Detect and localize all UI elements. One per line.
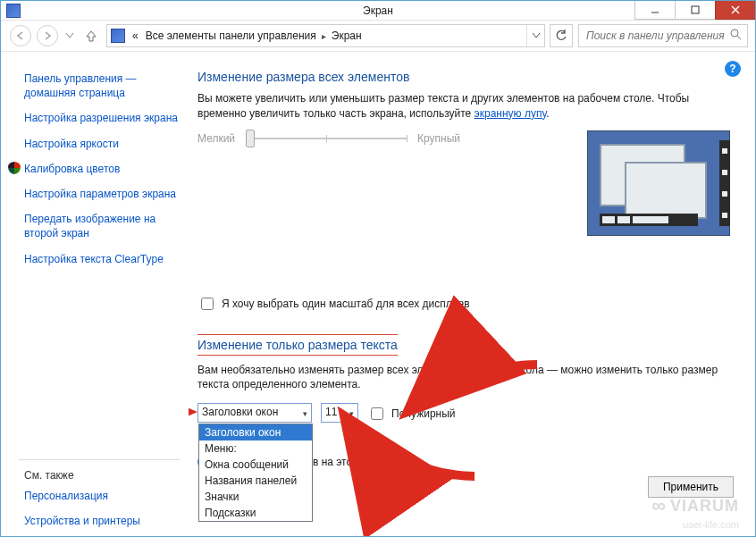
- bold-label: Полужирный: [391, 407, 456, 420]
- watermark-sub: user-life.com: [683, 519, 739, 530]
- breadcrumb-box[interactable]: « Все элементы панели управления ▸ Экран: [106, 24, 545, 47]
- content-area: ? Панель управления — домашняя страница …: [1, 52, 755, 537]
- close-button[interactable]: [715, 0, 756, 20]
- annotation-arrow-1: [189, 399, 197, 428]
- option-menus[interactable]: Меню:: [199, 441, 312, 457]
- element-select[interactable]: Заголовки окон ▾ Заголовки окон Меню: Ок…: [197, 403, 312, 423]
- one-scale-label: Я хочу выбрать один масштаб для всех дис…: [222, 298, 470, 310]
- location-icon: [111, 29, 125, 43]
- sidebar-cleartype[interactable]: Настройка текста ClearType: [24, 252, 180, 266]
- size-select[interactable]: 11 ▾: [321, 403, 358, 423]
- sidebar-calibrate-label: Калибровка цветов: [24, 162, 120, 176]
- back-button[interactable]: [10, 25, 31, 46]
- one-scale-checkbox[interactable]: [201, 298, 214, 310]
- forward-button[interactable]: [37, 25, 58, 46]
- sidebar-display-settings[interactable]: Настройка параметров экрана: [24, 187, 180, 201]
- text-size-controls: Заголовки окон ▾ Заголовки окон Меню: Ок…: [197, 403, 734, 423]
- refresh-button[interactable]: [550, 24, 573, 47]
- see-also-heading: См. также: [24, 469, 180, 482]
- crumb-all-items[interactable]: Все элементы панели управления: [142, 29, 320, 42]
- window: Экран « Все элемент: [0, 0, 756, 537]
- crumb-sep-icon: ▸: [320, 31, 328, 41]
- window-buttons: [634, 1, 755, 20]
- scale-slider[interactable]: [246, 138, 407, 139]
- slider-thumb[interactable]: [246, 130, 255, 147]
- slider-label-large: Крупный: [417, 132, 460, 145]
- bold-row: Полужирный: [367, 405, 456, 423]
- magnifier-link[interactable]: экранную лупу: [475, 107, 547, 120]
- up-button[interactable]: [81, 26, 101, 46]
- heading-resize-all: Изменение размера всех элементов: [197, 70, 734, 84]
- one-scale-row: Я хочу выбрать один масштаб для всех дис…: [197, 295, 734, 313]
- chevron-down-icon: ▾: [303, 409, 307, 418]
- sidebar-calibrate[interactable]: Калибровка цветов: [8, 162, 180, 176]
- option-tooltips[interactable]: Подсказки: [199, 505, 312, 521]
- option-message-boxes[interactable]: Окна сообщений: [199, 457, 312, 473]
- maximize-button[interactable]: [675, 0, 716, 20]
- main-panel: Изменение размера всех элементов Вы може…: [189, 52, 755, 537]
- slider-label-small: Мелкий: [197, 132, 235, 145]
- svg-point-4: [731, 29, 738, 37]
- apply-button[interactable]: Применить: [648, 476, 734, 498]
- chevron-down-icon: ▾: [349, 409, 354, 418]
- search-icon[interactable]: [730, 29, 742, 43]
- sidebar-brightness[interactable]: Настройка яркости: [24, 137, 180, 151]
- element-select-dropdown: Заголовки окон Меню: Окна сообщений Назв…: [198, 424, 313, 522]
- desc-text-size: Вам необязательно изменять размер всех э…: [197, 363, 734, 393]
- element-select-value: Заголовки окон: [202, 406, 278, 418]
- app-icon: [6, 4, 21, 18]
- crumb-root[interactable]: «: [129, 29, 142, 42]
- search-input[interactable]: [584, 29, 730, 43]
- shield-icon: [8, 162, 21, 174]
- display-preview: [587, 130, 730, 236]
- sidebar-devices[interactable]: Устройства и принтеры: [24, 514, 180, 528]
- bold-checkbox[interactable]: [371, 407, 383, 420]
- address-bar: « Все элементы панели управления ▸ Экран: [1, 21, 755, 52]
- sidebar-personalization[interactable]: Персонализация: [24, 489, 180, 503]
- option-title-bars[interactable]: Заголовки окон: [199, 424, 312, 441]
- sidebar-home[interactable]: Панель управления — домашняя страница: [24, 71, 180, 100]
- desc-resize-all: Вы можете увеличить или уменьшить размер…: [197, 91, 734, 122]
- svg-rect-1: [692, 6, 699, 13]
- titlebar: Экран: [1, 1, 755, 21]
- search-box[interactable]: [578, 24, 748, 47]
- svg-line-5: [737, 36, 741, 39]
- sidebar-resolution[interactable]: Настройка разрешения экрана: [24, 111, 180, 125]
- sidebar: Панель управления — домашняя страница На…: [1, 52, 189, 537]
- size-select-value: 11: [325, 406, 337, 418]
- option-icons[interactable]: Значки: [199, 489, 312, 505]
- address-dropdown-icon[interactable]: [526, 25, 544, 46]
- history-dropdown[interactable]: [63, 25, 76, 46]
- option-palette-titles[interactable]: Названия панелей: [199, 473, 312, 489]
- crumb-display[interactable]: Экран: [328, 29, 365, 42]
- heading-text-size: Изменение только размера текста: [197, 334, 398, 356]
- sidebar-divider: [19, 459, 180, 460]
- minimize-button[interactable]: [634, 0, 676, 20]
- sidebar-project[interactable]: Передать изображение на второй экран: [24, 212, 180, 240]
